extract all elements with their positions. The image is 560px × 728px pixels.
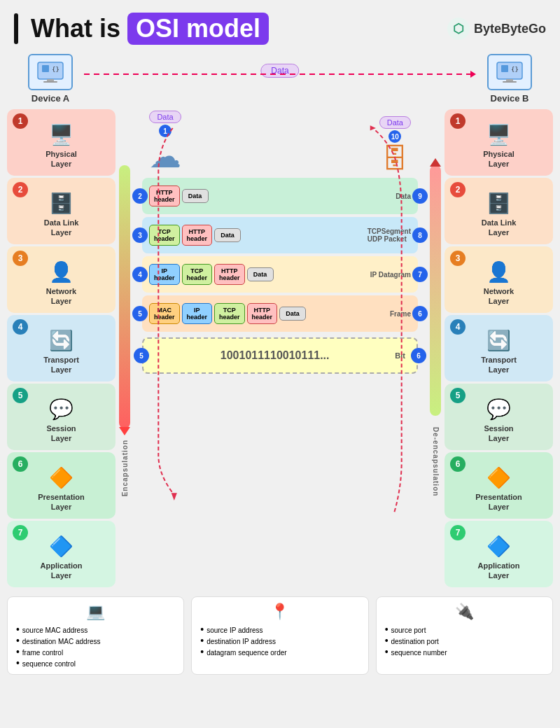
bit-row: 5 1001011110010111... Bit 6 — [142, 337, 418, 374]
step-right-9: 9 — [412, 188, 428, 204]
legend-item: destination IP address — [200, 635, 359, 646]
step-left-3: 3 — [132, 227, 148, 243]
header-box-tcp-header: TCP header — [182, 264, 213, 285]
layer-icon-1: 🖥️ — [486, 123, 511, 146]
header-box-data: Data — [182, 189, 209, 203]
layer-icon-3: 👤 — [49, 260, 74, 284]
layer-box-4: 4🔄TransportLayer — [7, 315, 115, 382]
layer-icon-7: 🔷 — [49, 535, 74, 558]
right-layer-column: 1🖥️PhysicalLayer2🗄️Data LinkLayer3👤Netwo… — [444, 109, 553, 587]
legend-item: destination MAC address — [16, 635, 175, 646]
page-container: What is OSI model ⬡ ByteByteGo {} Device… — [0, 0, 560, 682]
header-box-http-header: HTTP header — [149, 186, 180, 206]
svg-text:{}: {} — [511, 66, 519, 73]
left-icon-group: Data 1 ☁ — [149, 111, 181, 172]
right-icon-group: Data 10 🗄 — [379, 116, 411, 172]
layer-icon-2: 🗄️ — [49, 192, 74, 215]
title-prefix: What is — [31, 14, 120, 43]
legend-icon-2: 🔌 — [385, 603, 544, 621]
layer-icon-5: 💬 — [49, 398, 74, 421]
layer-box-2: 2🗄️Data LinkLayer — [7, 178, 115, 244]
arrow-head — [470, 71, 476, 78]
layer-number-2: 2 — [450, 182, 465, 197]
layer-box-2: 2🗄️Data LinkLayer — [444, 178, 553, 244]
svg-rect-9 — [503, 81, 517, 83]
layer-icon-5: 💬 — [486, 398, 511, 421]
layer-name-7: ApplicationLayer — [478, 561, 520, 581]
header-box-tcp-header: TCP header — [149, 225, 180, 246]
layer-name-2: Data LinkLayer — [482, 218, 517, 238]
title-bar — [14, 13, 18, 44]
legend-item: datagram sequence order — [200, 646, 359, 657]
brand-icon: ⬡ — [447, 18, 470, 40]
encap-arrow: Encapsulation — [117, 165, 132, 496]
svg-rect-3 — [47, 79, 54, 81]
data-row-0: 2HTTP headerDataData9 — [142, 178, 418, 214]
layer-name-6: PresentationLayer — [475, 492, 522, 512]
layer-number-4: 4 — [13, 319, 28, 335]
layer-box-6: 6🔶PresentationLayer — [7, 452, 115, 519]
cloud-icon-left: ☁ — [149, 140, 181, 172]
layer-icon-4: 🔄 — [49, 329, 74, 352]
header-box-tcp-header: TCP header — [214, 303, 245, 324]
bit-label: Bit — [395, 351, 405, 360]
legend-item: destination port — [385, 635, 544, 646]
legend-item: source MAC address — [16, 624, 175, 635]
layer-icon-7: 🔷 — [486, 535, 511, 558]
svg-rect-1 — [42, 65, 49, 72]
layer-name-3: NetworkLayer — [484, 286, 514, 307]
bit-content: 1001011110010111... — [155, 349, 395, 362]
legend-item: sequence number — [385, 646, 544, 657]
layer-number-5: 5 — [13, 388, 28, 403]
layer-number-6: 6 — [450, 456, 465, 472]
layer-name-2: Data LinkLayer — [44, 218, 79, 238]
db-icon-right: 🗄 — [382, 146, 408, 172]
svg-rect-6 — [501, 65, 508, 72]
row-label-0: Data — [396, 192, 411, 200]
layer-name-4: TransportLayer — [43, 355, 79, 375]
step-left-4: 4 — [132, 267, 148, 282]
layer-name-4: TransportLayer — [481, 355, 517, 375]
layer-name-5: SessionLayer — [46, 424, 76, 444]
step-right-6: 6 — [412, 306, 428, 321]
device-b: {} Device B — [487, 54, 532, 104]
row-label-2: IP Datagram — [370, 271, 411, 279]
layer-icon-2: 🗄️ — [486, 192, 511, 215]
header-box-ip-header: IP header — [149, 264, 180, 285]
legend-box-0: 💻source MAC addressdestination MAC addre… — [7, 596, 184, 675]
legend-box-1: 📍source IP addressdestination IP address… — [191, 596, 368, 675]
left-layer-column: 1🖥️PhysicalLayer2🗄️Data LinkLayer3👤Netwo… — [7, 109, 115, 587]
device-b-icon: {} — [487, 54, 532, 90]
layer-box-7: 7🔷ApplicationLayer — [7, 521, 115, 587]
layer-name-7: ApplicationLayer — [41, 561, 83, 581]
row-label-3: Frame — [390, 310, 411, 318]
layer-number-7: 7 — [450, 525, 465, 540]
legend-item: frame control — [16, 646, 175, 657]
page-title: What is OSI model — [14, 13, 269, 45]
svg-rect-4 — [43, 81, 57, 83]
header-box-mac-header: MAC header — [149, 303, 180, 324]
layer-box-3: 3👤NetworkLayer — [7, 246, 115, 313]
legend-icon-0: 💻 — [16, 603, 175, 621]
layer-name-1: PhysicalLayer — [483, 149, 514, 169]
title-accent: OSI model — [127, 13, 269, 45]
layer-icon-4: 🔄 — [486, 329, 511, 352]
deencap-label: De-encapsulation — [432, 427, 440, 496]
header-box-data: Data — [279, 307, 306, 321]
header-box-data: Data — [247, 267, 274, 281]
data-row-1: 3TCP headerHTTP headerDataTCPSegment UDP… — [142, 217, 418, 253]
header-box-http-header: HTTP header — [182, 225, 213, 246]
layer-number-3: 3 — [450, 251, 465, 266]
encap-label: Encapsulation — [121, 440, 129, 496]
layer-number-6: 6 — [13, 456, 28, 472]
step-5-left: 5 — [134, 348, 149, 363]
step-6-right: 6 — [411, 348, 426, 363]
device-a: {} Device A — [28, 54, 73, 104]
layer-box-1: 1🖥️PhysicalLayer — [444, 109, 553, 176]
data-row-2: 4IP headerTCP headerHTTP headerDataIP Da… — [142, 256, 418, 293]
step-right-7: 7 — [412, 267, 428, 282]
layer-icon-1: 🖥️ — [49, 123, 74, 146]
device-arrow — [84, 74, 476, 75]
header-box-ip-header: IP header — [182, 303, 213, 324]
step-10: 10 — [388, 130, 401, 143]
